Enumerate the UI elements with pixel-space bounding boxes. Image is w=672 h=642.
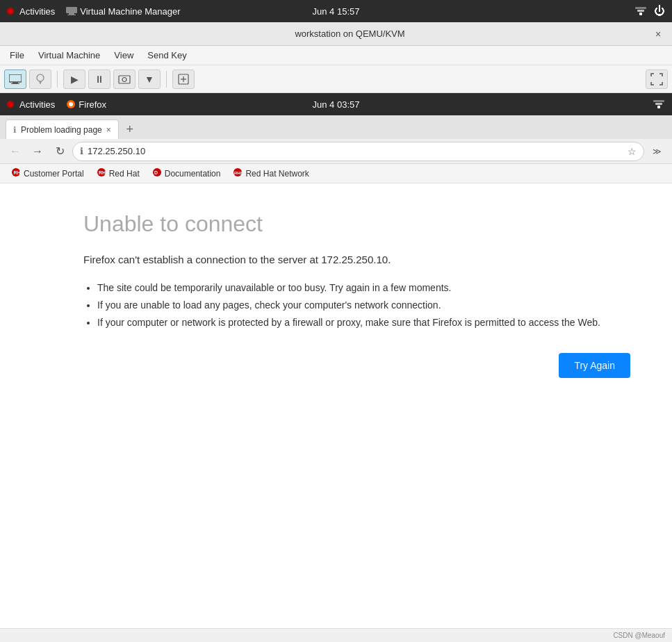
svg-rect-1 [69, 13, 74, 15]
toolbar-bulb-btn[interactable] [29, 69, 51, 89]
address-text: 172.25.250.10 [88, 146, 623, 156]
firefox-tabs-bar: ℹ Problem loading page × + [0, 115, 672, 139]
error-title: Unable to connect [83, 211, 630, 237]
bookmark-icon-2: D [152, 167, 162, 179]
extra-controls-button[interactable]: ≫ [647, 142, 666, 161]
svg-text:D: D [154, 170, 158, 175]
toolbar-separator-1 [57, 71, 58, 88]
svg-rect-8 [11, 83, 19, 84]
firefox-bookmarks-bar: RH Customer Portal RH Red Hat D Document… [0, 164, 672, 183]
bookmark-red-hat[interactable]: RH Red Hat [91, 166, 145, 181]
vm-manager-icon [66, 7, 77, 15]
try-again-row: Try Again [83, 353, 630, 378]
svg-rect-11 [40, 83, 41, 84]
outer-gnome-topbar: Activities Virtual Machine Manager Jun 4… [0, 0, 672, 22]
back-button[interactable]: ← [6, 142, 25, 161]
svg-rect-21 [653, 100, 664, 102]
firefox-window: ℹ Problem loading page × + ← → ↻ ℹ 172.2… [0, 115, 672, 642]
svg-rect-5 [635, 7, 646, 9]
error-bullet-1: If you are unable to load any pages, che… [97, 297, 630, 314]
svg-rect-20 [655, 103, 662, 105]
toolbar-pause-btn[interactable]: ⏸ [88, 69, 110, 89]
inner-app-label[interactable]: Firefox [79, 99, 106, 110]
svg-rect-2 [67, 15, 76, 15]
svg-rect-3 [639, 13, 642, 15]
activities-icon [7, 8, 14, 15]
bookmark-customer-portal[interactable]: RH Customer Portal [6, 166, 90, 181]
error-description: Firefox can't establish a connection to … [83, 254, 630, 265]
toolbar-fullscreen-btn[interactable] [646, 69, 668, 89]
svg-text:RHN: RHN [234, 171, 243, 175]
qemu-window-title: workstation on QEMU/KVM [49, 28, 651, 39]
svg-rect-12 [119, 76, 130, 83]
security-icon: ℹ [80, 146, 83, 156]
inner-gnome-topbar: Activities Firefox Jun 4 03:57 [0, 93, 672, 115]
qemu-menubar: File Virtual Machine View Send Key [0, 46, 672, 65]
tab-close-button[interactable]: × [106, 125, 111, 135]
tab-info-icon: ℹ [13, 125, 17, 135]
bookmark-icon-1: RH [97, 167, 106, 179]
firefox-content-area: Unable to connect Firefox can't establis… [0, 183, 672, 628]
tab-label: Problem loading page [21, 125, 102, 135]
bookmark-red-hat-network[interactable]: RHN Red Hat Network [227, 166, 314, 181]
reload-button[interactable]: ↻ [50, 142, 69, 161]
bookmark-star-icon[interactable]: ☆ [628, 146, 637, 157]
svg-point-9 [37, 74, 44, 81]
bookmark-documentation[interactable]: D Documentation [147, 166, 227, 181]
toolbar-resize-btn[interactable] [172, 69, 195, 89]
toolbar-display-btn[interactable] [4, 69, 26, 89]
toolbar-play-btn[interactable]: ▶ [63, 69, 85, 89]
inner-activities-icon [7, 101, 14, 108]
svg-text:RH: RH [99, 170, 106, 175]
activities-label[interactable]: Activities [19, 6, 55, 17]
qemu-close-button[interactable]: × [651, 27, 665, 41]
qemu-toolbar: ▶ ⏸ ▼ [0, 65, 672, 93]
network-icon [634, 4, 647, 19]
firefox-taskbar-icon [66, 99, 76, 109]
error-bullet-2: If your computer or network is protected… [97, 314, 630, 331]
outer-clock: Jun 4 15:57 [313, 6, 360, 17]
vm-screen: Activities Firefox Jun 4 03:57 [0, 93, 672, 642]
toolbar-dropdown-btn[interactable]: ▼ [138, 69, 161, 89]
error-list: The site could be temporarily unavailabl… [83, 279, 630, 332]
menu-virtual-machine[interactable]: Virtual Machine [33, 49, 106, 62]
svg-rect-19 [657, 106, 660, 108]
svg-text:RH: RH [14, 170, 21, 175]
bookmark-icon-3: RHN [233, 167, 243, 179]
svg-rect-6 [9, 74, 22, 82]
toolbar-separator-2 [166, 71, 167, 88]
firefox-navbar: ← → ↻ ℹ 172.25.250.10 ☆ ≫ [0, 139, 672, 164]
svg-rect-7 [13, 82, 18, 83]
status-text: CSDN @Meaouf [613, 632, 665, 639]
svg-rect-4 [637, 10, 644, 12]
svg-rect-0 [66, 7, 77, 13]
inner-clock: Jun 4 03:57 [313, 99, 360, 110]
inner-network-icon [653, 97, 665, 112]
try-again-button[interactable]: Try Again [559, 353, 630, 378]
power-icon[interactable]: ⏻ [654, 5, 665, 17]
qemu-titlebar: workstation on QEMU/KVM × [0, 22, 672, 46]
bookmark-icon-0: RH [11, 167, 21, 179]
new-tab-button[interactable]: + [120, 120, 140, 139]
inner-activities-label[interactable]: Activities [19, 99, 55, 110]
status-bar: CSDN @Meaouf [0, 628, 672, 642]
address-bar[interactable]: ℹ 172.25.250.10 ☆ [72, 142, 644, 161]
menu-send-key[interactable]: Send Key [142, 49, 192, 62]
menu-view[interactable]: View [108, 49, 139, 62]
firefox-tab-active[interactable]: ℹ Problem loading page × [6, 120, 119, 139]
svg-point-13 [122, 77, 126, 81]
toolbar-screenshot-btn[interactable] [113, 69, 136, 89]
menu-file[interactable]: File [4, 49, 30, 62]
svg-point-18 [69, 102, 73, 106]
error-bullet-0: The site could be temporarily unavailabl… [97, 279, 630, 297]
forward-button[interactable]: → [28, 142, 47, 161]
svg-rect-10 [39, 81, 42, 83]
app-label[interactable]: Virtual Machine Manager [80, 6, 180, 17]
